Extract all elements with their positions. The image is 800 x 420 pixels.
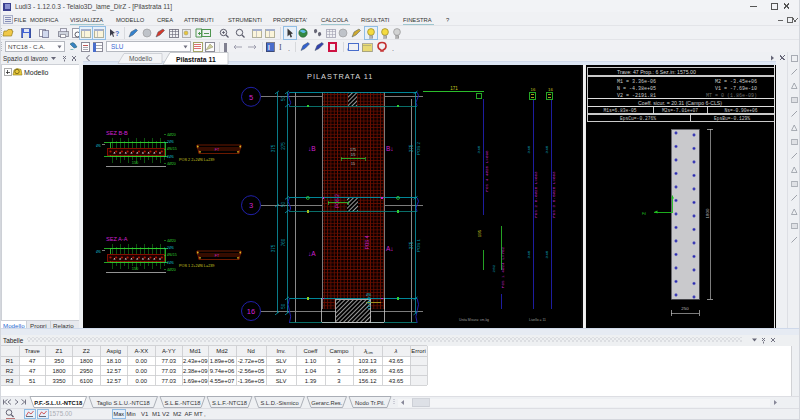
svg-text:Ø6: Ø6 xyxy=(366,293,371,297)
svg-text:A-XX: A-XX xyxy=(134,348,148,354)
svg-text:18.10: 18.10 xyxy=(106,358,121,364)
svg-text:Coeff. sicur. = 20.31 (Campo 6: Coeff. sicur. = 20.31 (Campo 6-CLS) xyxy=(638,100,722,106)
svg-text:2Ø6: 2Ø6 xyxy=(167,140,174,144)
svg-text:Aspig: Aspig xyxy=(106,348,121,354)
svg-text:POS 1: POS 1 xyxy=(416,238,421,251)
svg-text:195: 195 xyxy=(477,229,482,237)
svg-text:345: 345 xyxy=(544,250,549,258)
svg-text:16: 16 xyxy=(531,87,536,92)
svg-text:51: 51 xyxy=(29,378,36,384)
svg-text:1575.00: 1575.00 xyxy=(49,410,73,417)
svg-text:SLU: SLU xyxy=(111,43,124,50)
svg-text:V1 = -7.69e-10: V1 = -7.69e-10 xyxy=(715,86,757,92)
svg-text:POS 4 4Ø20 L=698: POS 4 4Ø20 L=698 xyxy=(484,150,489,192)
svg-text:Gerarc.Res.: Gerarc.Res. xyxy=(311,400,343,406)
svg-text:2.43e+09: 2.43e+09 xyxy=(183,358,208,364)
svg-text:Ns=-0.90e+06: Ns=-0.90e+06 xyxy=(724,108,757,113)
svg-text:I: I xyxy=(279,43,282,52)
svg-text:POS 4: POS 4 xyxy=(365,235,370,249)
svg-text:4.55e+07: 4.55e+07 xyxy=(210,378,235,384)
svg-text:1.10: 1.10 xyxy=(305,358,317,364)
svg-text:EpsCu=-0.276%: EpsCu=-0.276% xyxy=(620,116,656,121)
svg-text:Inv.: Inv. xyxy=(276,348,285,354)
svg-text:9.74e+06: 9.74e+06 xyxy=(210,368,235,374)
svg-text:V2: V2 xyxy=(162,411,170,417)
svg-text:Taglio S.L.U.-NTC18: Taglio S.L.U.-NTC18 xyxy=(97,400,150,406)
svg-text:POS 3 5-5Ø20 L=663: POS 3 5-5Ø20 L=663 xyxy=(551,171,556,218)
svg-text:275: 275 xyxy=(281,142,286,150)
svg-text:156.12: 156.12 xyxy=(358,378,376,384)
svg-text:3350: 3350 xyxy=(52,378,66,384)
svg-text:SLV: SLV xyxy=(276,358,287,364)
svg-text:↓A: ↓A xyxy=(308,250,316,257)
svg-text:POS 2 6-6Ø20 L=663: POS 2 6-6Ø20 L=663 xyxy=(533,171,538,218)
svg-text:77.03: 77.03 xyxy=(161,358,176,364)
svg-text:Ø6/15: Ø6/15 xyxy=(167,253,177,257)
svg-text:2.38e+09: 2.38e+09 xyxy=(183,368,208,374)
svg-text:P.F.-S.L.U.-NTC18: P.F.-S.L.U.-NTC18 xyxy=(34,400,83,406)
svg-text:3: 3 xyxy=(249,201,253,210)
svg-text:POS 1 4Ø24 L=752: POS 1 4Ø24 L=752 xyxy=(500,246,505,288)
svg-text:CALCOLA: CALCOLA xyxy=(321,17,348,23)
svg-text:POS 2 2+2Ø6 L=239: POS 2 2+2Ø6 L=239 xyxy=(179,158,214,162)
svg-text:-1.36e+05: -1.36e+05 xyxy=(238,378,265,384)
svg-text:2Ø6: 2Ø6 xyxy=(167,246,174,250)
svg-text:FILE: FILE xyxy=(14,17,26,23)
svg-text:?: ? xyxy=(115,30,119,37)
svg-text:Spazio di lavoro: Spazio di lavoro xyxy=(3,55,48,63)
svg-text:1800: 1800 xyxy=(52,368,66,374)
svg-text:POS 2: POS 2 xyxy=(335,194,340,208)
svg-text:760: 760 xyxy=(281,238,286,246)
svg-text:5: 5 xyxy=(249,93,253,102)
svg-text:16: 16 xyxy=(548,87,553,92)
svg-text:1/5: 1/5 xyxy=(351,153,356,157)
svg-text:Propri: Propri xyxy=(30,322,47,329)
svg-text:375: 375 xyxy=(271,244,276,252)
svg-text:M1s=6.83e-05: M1s=6.83e-05 xyxy=(603,108,636,113)
svg-text:Tabelle: Tabelle xyxy=(3,337,24,344)
svg-text:43.65: 43.65 xyxy=(389,368,404,374)
svg-text:150: 150 xyxy=(132,160,139,165)
svg-text:PILASTRATA 11: PILASTRATA 11 xyxy=(307,72,373,81)
svg-text:VISUALIZZA: VISUALIZZA xyxy=(70,17,103,23)
svg-text:2950: 2950 xyxy=(80,368,94,374)
svg-text:I: I xyxy=(268,44,270,51)
svg-text:N = -4.38e+05: N = -4.38e+05 xyxy=(617,86,656,92)
svg-text:MODIFICA: MODIFICA xyxy=(30,17,58,23)
svg-text:175: 175 xyxy=(350,148,356,152)
svg-text:345: 345 xyxy=(526,145,531,153)
svg-text:SLV: SLV xyxy=(276,368,287,374)
svg-text:Min: Min xyxy=(127,411,136,417)
svg-text:S.L.E.-NTC18: S.L.E.-NTC18 xyxy=(164,400,200,406)
svg-text:SLV: SLV xyxy=(276,378,287,384)
svg-text:POS 1 2+2Ø6 L=239: POS 1 2+2Ø6 L=239 xyxy=(179,264,214,268)
svg-text:Ludi3 - 1.12.0.3 - Telaio3D_la: Ludi3 - 1.12.0.3 - Telaio3D_lame_DirZ - … xyxy=(15,3,172,11)
svg-text:77.03: 77.03 xyxy=(161,378,176,384)
svg-text:1.04: 1.04 xyxy=(305,368,317,374)
svg-text:Lim: Lim xyxy=(366,350,373,355)
svg-text:MODELLO: MODELLO xyxy=(116,17,145,23)
svg-text:43.65: 43.65 xyxy=(389,358,404,364)
svg-text:ATTRIBUTI: ATTRIBUTI xyxy=(184,17,214,23)
svg-text:15: 15 xyxy=(351,162,355,166)
svg-text:S.L.F.-NTC18: S.L.F.-NTC18 xyxy=(212,400,247,406)
svg-text:.: . xyxy=(288,45,290,52)
svg-text:103.13: 103.13 xyxy=(358,358,377,364)
svg-text:0.00: 0.00 xyxy=(136,358,148,364)
svg-text:375: 375 xyxy=(409,241,414,249)
svg-text:EpsBu=-0.129%: EpsBu=-0.129% xyxy=(714,116,750,121)
svg-text:POS 2: POS 2 xyxy=(416,141,421,154)
svg-text:Modello: Modello xyxy=(129,55,152,62)
svg-text:Pilastrata 11: Pilastrata 11 xyxy=(176,56,216,63)
svg-text:4Ø20: 4Ø20 xyxy=(167,133,176,137)
svg-text:1.69e+09: 1.69e+09 xyxy=(183,378,208,384)
svg-text:1.39: 1.39 xyxy=(305,378,316,384)
svg-text:M1: M1 xyxy=(152,411,161,417)
svg-text:4Ø20: 4Ø20 xyxy=(167,162,176,166)
svg-text:375: 375 xyxy=(409,144,414,152)
svg-text:345: 345 xyxy=(544,145,549,153)
svg-text:MT: MT xyxy=(194,411,203,417)
svg-text:R2: R2 xyxy=(6,368,14,374)
svg-text:0.00: 0.00 xyxy=(136,368,148,374)
svg-text:-2.56e+05: -2.56e+05 xyxy=(238,368,265,374)
